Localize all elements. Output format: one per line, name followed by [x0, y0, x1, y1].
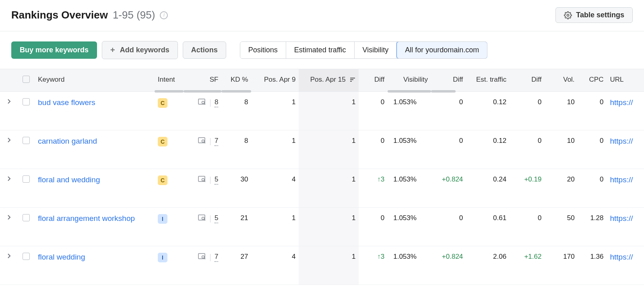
col-intent[interactable]: Intent [155, 69, 184, 92]
svg-point-14 [202, 217, 204, 220]
info-icon[interactable]: i [160, 11, 168, 19]
actions-label: Actions [191, 46, 218, 54]
visibility-cell: 1.053% [388, 208, 431, 246]
kd-cell: 30 [221, 169, 251, 208]
expand-row-icon[interactable] [7, 214, 11, 222]
keyword-link[interactable]: floral arrangement workshop [38, 214, 135, 223]
cpc-cell: 1.28 [578, 208, 607, 246]
volume-cell: 50 [545, 208, 578, 246]
diff3-cell: 0 [510, 92, 545, 130]
pos2-cell: 1 [299, 92, 359, 130]
page-title: Rankings Overview [11, 9, 108, 21]
svg-point-5 [202, 101, 204, 104]
col-cpc[interactable]: CPC [578, 69, 607, 92]
sf-count[interactable]: 5 [215, 175, 218, 185]
volume-cell: 10 [545, 92, 578, 130]
diff2-cell: 0 [431, 92, 466, 130]
keyword-link[interactable]: bud vase flowers [38, 98, 95, 107]
pos1-cell: 1 [251, 92, 299, 130]
col-pos1[interactable]: Pos. Apr 9 [251, 69, 299, 92]
gear-icon [564, 11, 572, 19]
page-range: 1-95 (95) [113, 9, 155, 21]
est-traffic-cell: 2.06 [466, 246, 510, 285]
col-visibility[interactable]: Visibility [388, 69, 431, 92]
pos1-cell: 1 [251, 130, 299, 169]
url-link[interactable]: https:// [610, 137, 633, 145]
pos1-cell: 4 [251, 246, 299, 285]
diff3-cell: 0 [510, 208, 545, 246]
serp-features-icon[interactable] [198, 176, 206, 184]
diff2-cell: 0 [431, 130, 466, 169]
pos2-cell: 1 [299, 208, 359, 246]
col-url[interactable]: URL [607, 69, 644, 92]
cpc-cell: 0 [578, 169, 607, 208]
table-row: bud vase flowersC881101.053%00.120100htt… [0, 92, 644, 130]
pos2-cell: 1 [299, 246, 359, 285]
keyword-link[interactable]: floral wedding [38, 253, 85, 261]
col-sf[interactable]: SF [184, 69, 221, 92]
table-settings-button[interactable]: Table settings [555, 7, 633, 23]
actions-button[interactable]: Actions [183, 41, 226, 59]
diff1-cell: 0 [359, 92, 388, 130]
row-checkbox[interactable] [23, 175, 30, 183]
col-pos2[interactable]: Pos. Apr 15 [299, 69, 359, 92]
kd-cell: 8 [221, 130, 251, 169]
url-link[interactable]: https:// [610, 214, 633, 223]
visibility-cell: 1.053% [388, 169, 431, 208]
url-link[interactable]: https:// [610, 175, 633, 184]
intent-badge: I [158, 214, 167, 224]
segment-visibility[interactable]: Visibility [355, 42, 397, 58]
pos2-cell: 1 [299, 169, 359, 208]
buy-keywords-button[interactable]: Buy more keywords [11, 41, 97, 59]
segment-all-for-domain[interactable]: All for yourdomain.com [396, 41, 487, 59]
diff1-cell: ↑3 [359, 169, 388, 208]
table-row: floral weddingI72741↑31.053%+0.8242.06+1… [0, 246, 644, 285]
toolbar: Buy more keywords + Add keywords Actions… [0, 31, 644, 69]
row-checkbox[interactable] [23, 137, 30, 144]
col-diff-1[interactable]: Diff [359, 69, 388, 92]
keyword-link[interactable]: carnation garland [38, 137, 97, 145]
svg-point-0 [567, 14, 569, 16]
svg-point-8 [202, 140, 204, 142]
col-kd[interactable]: KD % [221, 69, 251, 92]
table-row: carnation garlandC781101.053%00.120100ht… [0, 130, 644, 169]
visibility-cell: 1.053% [388, 130, 431, 169]
col-volume[interactable]: Vol. [545, 69, 578, 92]
intent-badge: C [158, 137, 167, 146]
sf-count[interactable]: 8 [215, 98, 218, 107]
sf-count[interactable]: 5 [215, 214, 218, 223]
segment-positions[interactable]: Positions [240, 42, 286, 58]
col-diff-3[interactable]: Diff [510, 69, 545, 92]
expand-row-icon[interactable] [7, 253, 11, 260]
col-diff-2[interactable]: Diff [431, 69, 466, 92]
select-all-checkbox[interactable] [23, 76, 30, 83]
volume-cell: 20 [545, 169, 578, 208]
intent-badge: C [158, 175, 167, 185]
serp-features-icon[interactable] [198, 214, 206, 223]
serp-features-icon[interactable] [198, 253, 206, 262]
url-link[interactable]: https:// [610, 253, 633, 261]
diff3-cell: +0.19 [510, 169, 545, 208]
sf-count[interactable]: 7 [215, 137, 218, 146]
pos2-cell: 1 [299, 130, 359, 169]
row-checkbox[interactable] [23, 214, 30, 221]
keyword-link[interactable]: floral and wedding [38, 175, 100, 184]
sf-count[interactable]: 7 [215, 253, 218, 262]
add-keywords-button[interactable]: + Add keywords [102, 41, 178, 59]
expand-row-icon[interactable] [7, 98, 11, 106]
serp-features-icon[interactable] [198, 99, 206, 107]
plus-icon: + [110, 45, 115, 55]
serp-features-icon[interactable] [198, 137, 206, 146]
expand-row-icon[interactable] [7, 175, 11, 183]
diff2-cell: +0.824 [431, 169, 466, 208]
svg-rect-1 [350, 78, 355, 78]
est-traffic-cell: 0.24 [466, 169, 510, 208]
svg-point-17 [202, 256, 204, 258]
col-est-traffic[interactable]: Est. traffic [466, 69, 510, 92]
row-checkbox[interactable] [23, 98, 30, 105]
col-keyword[interactable]: Keyword [35, 69, 155, 92]
segment-estimated-traffic[interactable]: Estimated traffic [286, 42, 355, 58]
url-link[interactable]: https:// [610, 98, 633, 107]
expand-row-icon[interactable] [7, 137, 11, 144]
row-checkbox[interactable] [23, 253, 30, 260]
